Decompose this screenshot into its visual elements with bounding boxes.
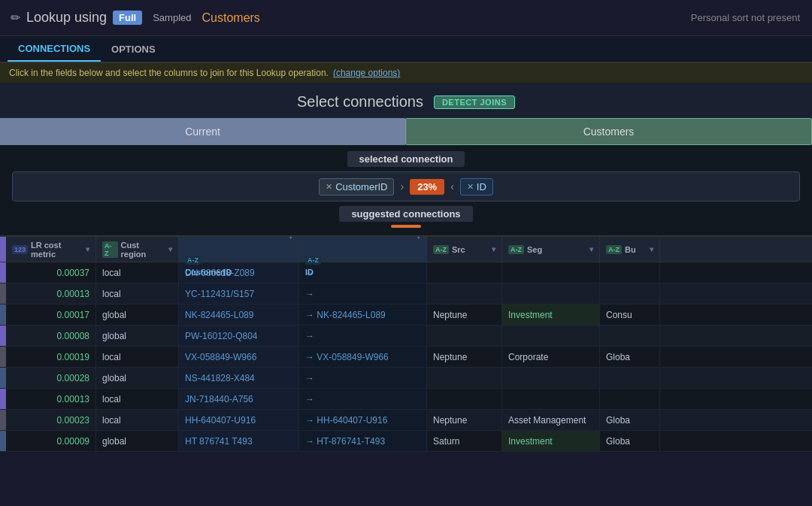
match-percent-badge: 23% — [410, 179, 444, 195]
table-row: 0.00017globalNK-824465-L089→ NK-824465-L… — [0, 305, 812, 326]
detect-joins-button[interactable]: DETECT JOINS — [434, 95, 515, 109]
table-cell: global — [96, 368, 179, 388]
col-header-customerid[interactable]: LOOKUP (LEFT) ▾ A-Z CustomerID — [179, 237, 299, 262]
table-cell: global — [96, 431, 179, 451]
instruction-bar: Click in the fields below and select the… — [0, 63, 812, 83]
col-header-id[interactable]: LOOKUP (RIGHT) ▾ A-Z ID — [299, 237, 427, 262]
chevron-down-icon[interactable]: ▾ — [589, 245, 593, 253]
table-cell: local — [96, 410, 179, 430]
table-cell: 0.00008 — [6, 326, 96, 346]
top-bar: ✏ Lookup using Full Sampled Customers Pe… — [0, 0, 812, 36]
table-cell: local — [96, 347, 179, 367]
lookup-text: Lookup using — [26, 10, 107, 26]
personal-sort-notice: Personal sort not present — [691, 12, 800, 23]
table-row: 0.00009globalHT 876741 T493→ HT-876741-T… — [0, 431, 812, 452]
table-cell: → — [299, 283, 427, 304]
row-color-bar — [0, 326, 6, 346]
left-tag[interactable]: ✕ CustomerID — [319, 178, 394, 195]
col-header-seg[interactable]: A-Z Seg ▾ — [502, 237, 600, 262]
table-cell: 0.00028 — [6, 368, 96, 388]
table-cell: Investment — [502, 431, 600, 451]
col-header-bu[interactable]: A-Z Bu ▾ — [600, 237, 660, 262]
customers-datasource[interactable]: Customers — [405, 118, 812, 145]
table-cell: → HT-876741-T493 — [299, 431, 427, 451]
table-cell: local — [96, 283, 179, 304]
table-row: 0.00028globalNS-441828-X484→ — [0, 368, 812, 389]
type-badge-id: A-Z — [305, 256, 321, 265]
table-cell: → HH-640407-U916 — [299, 410, 427, 430]
table-cell: Investment — [502, 305, 600, 325]
arrow-icon: › — [400, 180, 404, 192]
chevron-down-icon[interactable]: ▾ — [650, 245, 653, 253]
table-cell: 0.00019 — [6, 347, 96, 367]
table-cell: Neptune — [427, 347, 502, 367]
chevron-down-icon[interactable]: ▾ — [492, 245, 495, 253]
table-cell — [502, 283, 600, 304]
tab-connections[interactable]: CONNECTIONS — [8, 37, 101, 62]
table-cell: 0.00023 — [6, 410, 96, 430]
table-cell: global — [96, 326, 179, 346]
table-cell: Consu — [600, 305, 660, 325]
table-cell: → — [299, 262, 427, 283]
select-connections-panel: Select connections DETECT JOINS Current … — [0, 83, 812, 237]
table-cell: local — [96, 389, 179, 409]
col-label-id: ID — [305, 268, 314, 277]
table-cell — [427, 326, 502, 346]
title-area: ✏ Lookup using Full Sampled Customers — [11, 10, 260, 26]
right-tag[interactable]: ✕ ID — [460, 178, 493, 195]
current-datasource[interactable]: Current — [0, 118, 405, 145]
table-cell — [600, 326, 660, 346]
col-header-src[interactable]: A-Z Src ▾ — [427, 237, 502, 262]
table-cell: Globa — [600, 410, 660, 430]
table-cell: YC-112431/S157 — [179, 283, 299, 304]
chevron-down-icon[interactable]: ▾ — [168, 245, 172, 253]
selected-connection-label: selected connection — [359, 153, 453, 165]
table-cell: → — [299, 389, 427, 409]
datasource-row: Current Customers — [0, 118, 812, 145]
table-row: 0.00019localVX-058849-W966→ VX-058849-W9… — [0, 347, 812, 368]
table-cell: 0.00017 — [6, 305, 96, 325]
select-connections-header: Select connections DETECT JOINS — [0, 93, 812, 111]
col-header-cust-region[interactable]: A-Z Cust region ▾ — [96, 237, 179, 262]
pencil-icon: ✏ — [11, 11, 20, 25]
table-cell: 0.00009 — [6, 431, 96, 451]
table-cell: NK-824465-L089 — [179, 305, 299, 325]
table-cell — [600, 368, 660, 388]
table-cell: 0.00037 — [6, 262, 96, 283]
full-button[interactable]: Full — [113, 11, 142, 25]
close-left-tag[interactable]: ✕ — [326, 182, 332, 192]
right-tag-label: ID — [477, 181, 486, 192]
table-cell: Asset Management — [502, 410, 600, 430]
table-cell — [600, 389, 660, 409]
change-options-link[interactable]: (change options) — [333, 68, 400, 78]
table-cell — [502, 389, 600, 409]
table-cell: VX-058849-W966 — [179, 347, 299, 367]
table-cell — [427, 389, 502, 409]
lt-icon: ‹ — [450, 180, 454, 192]
chevron-down-icon[interactable]: ▾ — [86, 245, 89, 253]
type-badge-cid: A-Z — [185, 256, 201, 265]
left-color-bar — [0, 237, 6, 262]
table-cell: Globa — [600, 431, 660, 451]
select-connections-title: Select connections — [297, 93, 423, 111]
close-right-tag[interactable]: ✕ — [467, 182, 474, 192]
tab-options[interactable]: OPTIONS — [101, 38, 166, 61]
row-color-bar — [0, 262, 6, 283]
table-cell: 0.00013 — [6, 389, 96, 409]
tab-bar: CONNECTIONS OPTIONS — [0, 36, 812, 63]
table-cell: Globa — [600, 347, 660, 367]
table-cell — [502, 368, 600, 388]
chevron-down-icon[interactable]: ▾ — [289, 237, 292, 241]
row-color-bar — [0, 347, 6, 367]
chevron-down-icon[interactable]: ▾ — [417, 237, 420, 241]
type-badge-region: A-Z — [102, 241, 118, 258]
customers-label: Customers — [202, 11, 260, 25]
row-color-bar — [0, 410, 6, 430]
sampled-button[interactable]: Sampled — [148, 11, 195, 25]
col-label-cid: CustomerID — [185, 268, 232, 277]
row-color-bar — [0, 389, 6, 409]
col-header-lr-cost[interactable]: 123 LR cost metric ▾ — [6, 237, 96, 262]
table-row: 0.00013localJN-718440-A756→ — [0, 389, 812, 410]
table-cell — [600, 283, 660, 304]
col-label-bu: Bu — [625, 245, 636, 254]
